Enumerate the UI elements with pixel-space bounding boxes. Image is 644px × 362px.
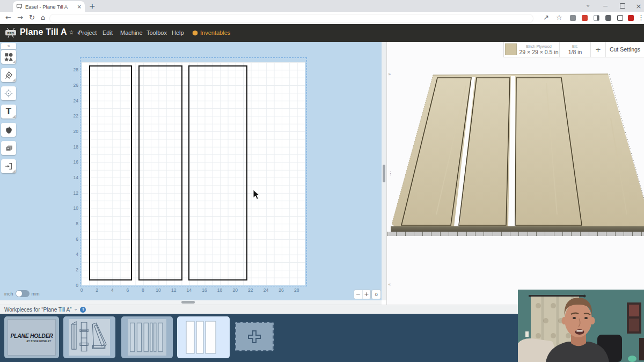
import-tool-button[interactable] — [1, 159, 16, 173]
drill-point-tool-button[interactable] — [1, 86, 16, 100]
x-tick-label: 16 — [200, 287, 209, 293]
text-tool-icon: T — [6, 106, 11, 117]
extension-icon[interactable] — [594, 15, 599, 21]
x-tick-label: 4 — [108, 287, 116, 293]
share-icon[interactable]: ↗ — [543, 13, 549, 21]
preview-3d-board[interactable] — [385, 54, 644, 226]
wall-outlet — [525, 331, 529, 337]
plus-icon — [247, 330, 261, 344]
x-tick-label: 20 — [231, 287, 239, 293]
add-workpiece-button[interactable] — [235, 322, 274, 351]
material-tool-button[interactable] — [1, 141, 16, 155]
window-minimize-icon[interactable]: — — [598, 0, 613, 12]
horizontal-scrollbar-thumb[interactable] — [181, 301, 195, 304]
strips-thumbnail — [128, 319, 166, 356]
bit-button[interactable]: Bit: 1/8 in — [560, 42, 591, 57]
design-rectangle[interactable] — [89, 65, 132, 280]
material-settings-bar: Birch Plywood 29 × 29 × 0.5 in Bit: 1/8 … — [503, 42, 644, 57]
preview-bottom-ruler — [387, 232, 644, 236]
material-info-button[interactable]: Birch Plywood 29 × 29 × 0.5 in — [504, 42, 560, 57]
y-tick-label: 20 — [69, 129, 78, 134]
extension-icon[interactable] — [582, 15, 588, 21]
cover-title: PLANE HOLDER — [10, 333, 53, 339]
design-canvas[interactable]: 0246810121416182022242628 02468101214161… — [0, 42, 382, 300]
collapse-toolbar-icon[interactable]: « — [1, 43, 16, 49]
zoom-controls: − + — [354, 290, 371, 299]
extension-icon[interactable] — [570, 15, 576, 21]
y-tick-label: 26 — [69, 83, 78, 88]
vase — [628, 356, 636, 362]
workpieces-label: Workpieces for “Plane Till A” — [4, 307, 71, 313]
y-tick-label: 2 — [69, 267, 78, 272]
window-close-icon[interactable]: × — [631, 0, 644, 12]
webcam-overlay — [518, 290, 644, 362]
x-tick-label: 28 — [292, 287, 301, 293]
unit-toggle[interactable]: inch mm — [4, 290, 40, 297]
crosshair-icon — [4, 89, 13, 98]
shapes-tool-button[interactable] — [1, 50, 16, 64]
easel-app-window: Easel - Plane Till A × + › — × ← → ↻ ⌂ ↗… — [0, 0, 644, 362]
y-tick-label: 0 — [69, 283, 78, 288]
x-tick-label: 12 — [170, 287, 178, 293]
x-tick-label: 0 — [77, 287, 86, 293]
help-icon[interactable]: ? — [80, 307, 86, 313]
assembly-drawing-thumbnail — [69, 319, 110, 356]
y-tick-label: 14 — [69, 175, 78, 180]
zoom-home-button[interactable]: ⌂ — [371, 290, 381, 299]
design-shapes-layer — [0, 0, 382, 300]
x-tick-label: 22 — [246, 287, 255, 293]
zoom-in-button[interactable]: + — [363, 290, 371, 299]
workpiece-tile-current[interactable] — [177, 316, 230, 358]
design-rectangle[interactable] — [138, 65, 182, 280]
rectangles-thumbnail — [177, 316, 230, 358]
mouse-cursor — [253, 189, 260, 200]
bookmark-star-icon[interactable]: ☆ — [556, 13, 562, 21]
material-dimensions: 29 × 29 × 0.5 in — [519, 49, 559, 55]
x-tick-label: 14 — [185, 287, 193, 293]
x-tick-label: 18 — [216, 287, 224, 293]
add-bit-button[interactable]: + — [591, 42, 606, 57]
pen-nib-icon — [4, 71, 13, 79]
window-restore-icon[interactable] — [615, 0, 630, 12]
workpiece-tile-drawing[interactable] — [63, 316, 115, 358]
x-axis-ruler: 0246810121416182022242628 — [0, 287, 382, 294]
x-tick-label: 8 — [138, 287, 147, 293]
y-tick-label: 4 — [69, 252, 78, 257]
workpiece-tile-cover[interactable]: PLANE HOLDER BY STEVE MOSELEY — [4, 316, 59, 358]
y-tick-label: 16 — [69, 159, 78, 165]
collapse-panel-icon[interactable]: « — [388, 282, 391, 287]
y-tick-label: 6 — [69, 237, 78, 242]
puzzle-extension-icon[interactable] — [605, 15, 611, 21]
workpieces-chevron-icon[interactable]: › — [73, 308, 79, 311]
x-tick-label: 6 — [123, 287, 132, 293]
cover-subtitle: BY STEVE MOSELEY — [27, 340, 51, 343]
x-tick-label: 10 — [154, 287, 163, 293]
y-tick-label: 8 — [69, 221, 78, 226]
pen-tool-button[interactable] — [1, 68, 16, 82]
design-rectangle[interactable] — [188, 65, 247, 280]
browser-menu-icon[interactable]: ⋮ — [638, 13, 644, 21]
unit-inch-label: inch — [4, 291, 13, 297]
cube-icon — [4, 144, 13, 153]
zoom-out-button[interactable]: − — [354, 290, 363, 299]
text-tool-button[interactable]: T — [1, 105, 16, 119]
y-tick-label: 18 — [69, 144, 78, 150]
shapes-icon — [4, 52, 13, 62]
material-swatch — [505, 43, 517, 55]
x-tick-label: 24 — [261, 287, 270, 293]
plywood-board — [392, 74, 644, 226]
window-menu-icon[interactable]: › — [581, 0, 596, 12]
apple-icon — [4, 125, 13, 135]
unit-mm-label: mm — [32, 291, 40, 297]
unit-toggle-switch[interactable] — [16, 290, 30, 297]
horizontal-scrollbar[interactable] — [0, 300, 382, 305]
apps-tool-button[interactable] — [1, 123, 16, 137]
y-tick-label: 24 — [69, 98, 78, 104]
extension-icon[interactable] — [617, 15, 623, 21]
y-axis-ruler: 0246810121416182022242628 — [69, 0, 78, 300]
extension-icon[interactable] — [628, 15, 634, 21]
cut-settings-button[interactable]: Cut Settings — [606, 42, 644, 57]
picture-frame — [639, 338, 644, 360]
board-front-edge — [391, 226, 644, 232]
workpiece-tile-strips[interactable] — [121, 316, 173, 358]
